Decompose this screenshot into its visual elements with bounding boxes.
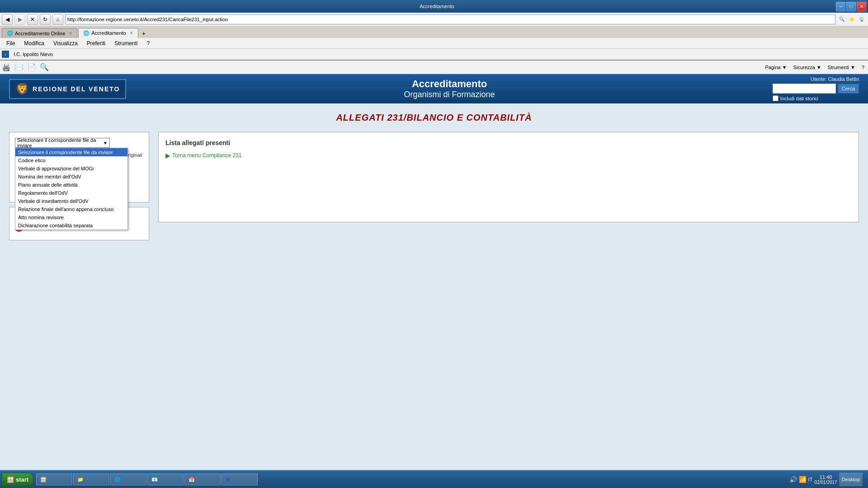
- taskbar-icon-1: 📁: [77, 477, 84, 483]
- dropdown-option-verbale-approvazione[interactable]: Verbale di approvazione del MOGi: [15, 164, 127, 173]
- content-area: Selezionare il corrispondente file da in…: [0, 132, 868, 240]
- taskbar-item-4[interactable]: 📅: [184, 474, 221, 485]
- allegati-title: Lista allegati presenti: [165, 139, 852, 146]
- windows-logo: 🪟: [7, 476, 14, 483]
- file-dropdown-container: Selezionare il corrispondente file da in…: [15, 138, 110, 148]
- menu-file[interactable]: File: [3, 39, 19, 47]
- header-title: Accreditamento Organismi di Formazione: [126, 78, 772, 99]
- taskbar-icon-0: 🪟: [40, 477, 47, 483]
- strumenti-button[interactable]: Strumenti ▼: [826, 64, 857, 71]
- ie-header: 🦁 REGIONE DEL VENETO Accreditamento Orga…: [0, 74, 868, 103]
- taskbar-icon-3: 📧: [151, 477, 158, 483]
- menu-row: File Modifica Visualizza Preferiti Strum…: [0, 38, 868, 49]
- dropdown-option-verbale-insediamento[interactable]: Verbale di insediamnto dell'OdV: [15, 197, 127, 205]
- search-row: Cerca: [773, 84, 859, 94]
- refresh-button[interactable]: ↻: [40, 14, 51, 25]
- logo-text: REGIONE DEL VENETO: [33, 85, 120, 93]
- zoom-icon[interactable]: 🔍: [40, 63, 49, 71]
- close-button[interactable]: ✕: [857, 2, 866, 11]
- star-icon[interactable]: ⭐: [847, 15, 856, 24]
- command-bar: 🖨️ ✉️ 📄 🔍 Pagina ▼ Sicurezza ▼ Strumenti…: [0, 61, 868, 74]
- dropdown-arrow-icon: ▼: [103, 141, 108, 145]
- favorites-item-nievo[interactable]: I.C. Ippolito Nievo: [11, 51, 56, 57]
- taskbar-icon-5: W: [226, 477, 230, 482]
- tab-accreditamento-online[interactable]: 🌐 Accreditamento Online ✕: [2, 28, 77, 38]
- user-label: Utente: Claudia Bettin: [773, 76, 859, 82]
- print-icon[interactable]: 🖨️: [2, 63, 11, 71]
- logo-lion: 🦁: [15, 83, 29, 95]
- tab-label-active: Accreditamento: [91, 30, 126, 36]
- include-history-checkbox[interactable]: [773, 95, 778, 101]
- page-title: ALLEGATI 231/BILANCIO E CONTABILITÀ: [0, 103, 868, 132]
- dropdown-row: Selezionare il corrispondente file da in…: [15, 138, 143, 148]
- right-commands: Pagina ▼ Sicurezza ▼ Strumenti ▼ ?: [763, 64, 866, 71]
- taskbar-item-2[interactable]: 🌐: [110, 474, 146, 485]
- tray-icon-network[interactable]: 🔊: [789, 476, 797, 483]
- window-chrome: Accreditamento ─ □ ✕: [0, 0, 868, 13]
- include-history-label: Includi dati storici: [780, 96, 818, 101]
- torna-link[interactable]: Torna menu Compliance 231: [172, 152, 241, 159]
- tab-accreditamento[interactable]: 🌐 Accreditamento ✕: [78, 28, 138, 38]
- taskbar-item-5[interactable]: W: [222, 474, 258, 485]
- dropdown-option-regolamento[interactable]: Regolamento dell'OdV: [15, 189, 127, 197]
- minimize-button[interactable]: ─: [836, 2, 845, 11]
- help-button[interactable]: ?: [860, 64, 866, 71]
- upload-panel: Selezionare il corrispondente file da in…: [9, 132, 149, 202]
- tray-clock[interactable]: 11:40 02/01/2017: [815, 474, 837, 485]
- tab-icon-active: 🌐: [83, 30, 90, 36]
- header-title-line1: Accreditamento: [126, 78, 772, 90]
- rss-icon[interactable]: 📡: [857, 15, 866, 24]
- tab-close-accreditamento[interactable]: ✕: [130, 31, 133, 35]
- new-tab-button[interactable]: +: [139, 29, 148, 38]
- dropdown-option-default[interactable]: Selezionare il corrispondente file da in…: [15, 148, 127, 156]
- strumenti-label: Strumenti ▼: [828, 65, 855, 70]
- page-icon[interactable]: 📄: [27, 63, 36, 71]
- file-dropdown-display[interactable]: Selezionare il corrispondente file da in…: [15, 138, 110, 148]
- command-icons-left: 🖨️ ✉️ 📄 🔍: [2, 63, 49, 71]
- search-input[interactable]: [773, 84, 836, 94]
- address-input[interactable]: [65, 14, 835, 24]
- mail-icon[interactable]: ✉️: [14, 63, 24, 71]
- start-button[interactable]: 🪟 start: [2, 473, 33, 486]
- taskbar-item-3[interactable]: 📧: [147, 474, 184, 485]
- right-panel: Lista allegati presenti ▶ Torna menu Com…: [158, 132, 859, 240]
- desktop-label-area[interactable]: Desktop: [839, 473, 863, 486]
- dropdown-option-nomina-membri[interactable]: Nomina dei membri dell'OdV: [15, 173, 127, 181]
- maximize-button[interactable]: □: [846, 2, 856, 11]
- stop-button[interactable]: ✕: [27, 14, 38, 25]
- tray-time: 11:40: [815, 474, 837, 480]
- torna-icon: ▶: [165, 152, 170, 159]
- sicurezza-button[interactable]: Sicurezza ▼: [792, 64, 823, 71]
- taskbar-item-0[interactable]: 🪟: [36, 474, 72, 485]
- search-button[interactable]: Cerca: [838, 84, 859, 94]
- dropdown-option-codice-etico[interactable]: Codice etico: [15, 156, 127, 164]
- search-icon[interactable]: 🔍: [837, 15, 846, 24]
- forward-button[interactable]: ▶: [14, 14, 25, 25]
- dropdown-option-piano-annuale[interactable]: Piano annuale delle attività: [15, 181, 127, 189]
- tray-icon-volume[interactable]: 📶: [799, 476, 807, 483]
- help-label: ?: [862, 65, 864, 70]
- allegati-section: Lista allegati presenti ▶ Torna menu Com…: [158, 132, 859, 222]
- system-tray: 🔊 📶 IT 11:40 02/01/2017 Desktop: [786, 473, 866, 486]
- dropdown-option-atto-nomina[interactable]: Atto nomina revisore: [15, 213, 127, 221]
- desktop-label: Desktop: [842, 477, 860, 482]
- pagina-button[interactable]: Pagina ▼: [763, 64, 788, 71]
- menu-visualizza[interactable]: Visualizza: [50, 39, 81, 47]
- taskbar-item-1[interactable]: 📁: [73, 474, 109, 485]
- menu-help[interactable]: ?: [143, 39, 154, 47]
- dropdown-option-relazione-finale[interactable]: Relazione finale dell'anno appena conclu…: [15, 205, 127, 213]
- site-favicon: i: [2, 51, 9, 58]
- menu-strumenti[interactable]: Strumenti: [111, 39, 141, 47]
- home-button[interactable]: ⌂: [52, 14, 63, 25]
- back-button[interactable]: ◀: [2, 14, 13, 25]
- menu-modifica[interactable]: Modifica: [20, 39, 48, 47]
- logo-area: 🦁 REGIONE DEL VENETO: [9, 79, 126, 99]
- tabs-row: 🌐 Accreditamento Online ✕ 🌐 Accreditamen…: [0, 26, 868, 38]
- tray-lang: IT: [808, 477, 813, 482]
- tray-date: 02/01/2017: [815, 480, 837, 485]
- dropdown-option-dichiarazione[interactable]: Dichiarazione contabilità separata: [15, 221, 127, 230]
- menu-preferiti[interactable]: Preferiti: [83, 39, 109, 47]
- tray-lang-label: IT: [808, 477, 813, 482]
- tab-close-accreditamento-online[interactable]: ✕: [69, 31, 72, 36]
- search-area: Utente: Claudia Bettin Cerca Includi dat…: [773, 76, 859, 101]
